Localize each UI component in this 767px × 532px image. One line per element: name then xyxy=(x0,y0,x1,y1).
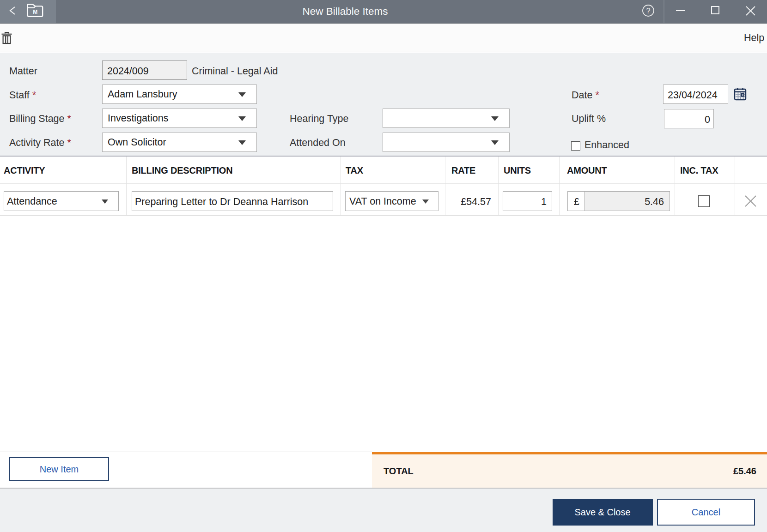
svg-text:M: M xyxy=(33,9,37,15)
svg-text:?: ? xyxy=(646,7,651,15)
